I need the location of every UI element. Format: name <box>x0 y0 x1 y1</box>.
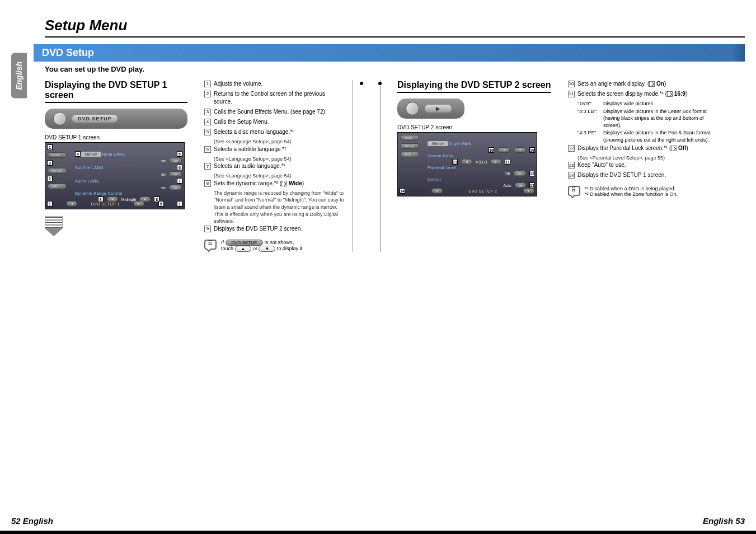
page-number-left: 52 English <box>11 516 53 526</box>
desc-3: Calls the Sound Effects Menu. (see page … <box>214 108 344 116</box>
num-10: 10 <box>568 81 575 87</box>
set-btn-3[interactable]: Set <box>169 185 182 190</box>
num-3: 3 <box>204 109 211 115</box>
footer-bar <box>0 531 756 534</box>
menu-tab[interactable]: Menu« <box>81 152 101 157</box>
set-btn-2[interactable]: Set <box>169 171 182 177</box>
section-subtitle: You can set up the DVD play. <box>45 65 756 73</box>
default-icon <box>649 81 655 87</box>
note1-line2c: to display it. <box>275 246 303 251</box>
callout-10b: 10 <box>529 147 535 153</box>
page-spine <box>353 80 381 252</box>
screen1-label: DVD SETUP 1 screen <box>45 134 187 140</box>
nav-label: ▶ <box>425 105 452 113</box>
parental-label: Parental Level <box>428 166 457 170</box>
callout-9: 9 <box>158 201 164 207</box>
panel2-heading: Displaying the DVD SETUP 2 screen <box>397 80 551 93</box>
callout-1b: 1 <box>47 201 53 207</box>
desc-8: Sets the dynamic range.*² ( Wide) <box>214 180 344 188</box>
callout-12: 12 <box>529 171 535 176</box>
desc-12: Displays the Parental Lock screen.*¹ ( O… <box>577 144 719 152</box>
subtitle-lang-label: Subtitle LANG <box>75 166 104 170</box>
callout-11b: 11 <box>505 159 510 165</box>
output-value: Auto <box>504 184 511 188</box>
panel1-heading: Displaying the DVD SETUP 1 screen <box>45 80 187 103</box>
parental-set[interactable]: Set <box>513 171 526 176</box>
ratio-next[interactable]: ► <box>490 159 501 165</box>
angle-off[interactable]: Off <box>514 147 526 153</box>
set-btn-1[interactable]: Set <box>169 158 182 163</box>
callout-1: 1 <box>47 144 53 150</box>
sim-setup-btn[interactable]: Set Up <box>48 168 67 174</box>
descriptions-list-1: 1Adjusts the volume. 2Returns to the Con… <box>204 80 344 233</box>
callout-4: 4 <box>75 151 81 157</box>
note1-line1a: If <box>221 240 226 245</box>
default-icon <box>671 146 677 151</box>
page-next[interactable]: ► <box>133 201 144 207</box>
disc-icon-2 <box>406 102 419 115</box>
note-1: If DVD SETUP is not shown, touch ▲ or ▼ … <box>204 240 344 252</box>
sim-audio-btn[interactable]: Audio <box>48 152 67 158</box>
dvd-setup-button[interactable]: DVD SETUP <box>45 109 187 129</box>
note2-line1: *¹ Disabled when a DVD is being played. <box>585 186 678 191</box>
menu-lang-label: Menu LANG <box>101 152 125 156</box>
nav-next-button[interactable]: ▶ <box>397 99 464 119</box>
num-1: 1 <box>204 81 211 87</box>
sim2-setup-btn[interactable]: Set Up <box>400 143 419 149</box>
desc-10: Sets an angle mark display. ( On) <box>577 80 719 88</box>
desc-5: Selects a disc menu language.*¹ <box>214 128 344 136</box>
note1-line1b: is not shown, <box>263 240 294 245</box>
desc-5-sub: (See <Language Setup>, page 54) <box>214 138 344 146</box>
num-8: 8 <box>204 180 211 187</box>
menu-tab-2[interactable]: Menu« <box>428 141 448 146</box>
note1-line2b: or <box>251 246 259 251</box>
ratio-value: 4:3 LB <box>476 160 487 164</box>
num-4: 4 <box>204 119 211 125</box>
callout-1c: 1 <box>177 201 182 207</box>
pill-up: ▲ <box>235 246 252 252</box>
ratio-prev[interactable]: ◄ <box>461 159 472 165</box>
output-label: Output <box>428 177 441 181</box>
sim2-src-btn[interactable]: SRC ← <box>400 152 419 157</box>
desc-2: Returns to the Control screen of the pre… <box>214 90 344 106</box>
sim2-audio-btn[interactable]: Audio <box>400 135 419 140</box>
screen2-label: DVD SETUP 2 screen <box>397 124 551 130</box>
note-2: *¹ Disabled when a DVD is being played. … <box>568 186 719 197</box>
screen-footer-1: DVD SETUP 1 <box>91 202 120 206</box>
note-icon-2 <box>568 186 580 196</box>
default-icon <box>281 181 287 186</box>
num-6: 6 <box>204 146 211 153</box>
sim-src-btn[interactable]: SRC ← <box>48 184 67 189</box>
page2-prev[interactable]: ◄ <box>431 188 443 194</box>
callout-14: 14 <box>400 188 405 194</box>
menu-lang-value: en <box>161 159 166 163</box>
num-7: 7 <box>204 163 211 170</box>
desc-12-sub: (See <Parental Level Setup>, page 55) <box>577 154 719 162</box>
desc-7: Selects an audio language.*¹ <box>214 162 344 170</box>
page2-next[interactable]: ► <box>523 188 534 194</box>
dvd-setup-1-screen: 1 Audio 3 Set Up 2 SRC ← 4 Menu«Menu LAN… <box>45 142 185 209</box>
num-2: 2 <box>204 91 211 97</box>
desc-8-sub: The dynamic range is reduced by changing… <box>214 190 344 225</box>
default-icon <box>667 91 673 97</box>
mode-definitions: "16:9":Displays wide pictures. "4:3 LB":… <box>577 100 719 144</box>
callout-5: 5 <box>177 151 182 157</box>
language-tab: English <box>11 53 27 99</box>
audio-lang-label: Audio LANG <box>75 179 100 183</box>
desc-14: Displays the DVD SETUP 1 screen. <box>577 171 719 179</box>
subtitle-lang-value: en <box>161 172 166 176</box>
angle-label: Angle Mark <box>448 142 471 146</box>
page-prev[interactable]: ◄ <box>66 201 77 207</box>
desc-6-sub: (See <Language Setup>, page 54) <box>214 156 344 163</box>
desc-4: Calls the Setup Menu. <box>214 118 344 126</box>
audio-lang-value: en <box>161 186 166 190</box>
num-9: 9 <box>204 226 211 232</box>
descriptions-list-2: 10Sets an angle mark display. ( On) 11Se… <box>568 80 719 179</box>
pill-dvd-setup: DVD SETUP <box>226 240 264 246</box>
desc-9: Displays the DVD SETUP 2 screen. <box>214 225 344 233</box>
disc-icon <box>53 112 67 125</box>
angle-on[interactable]: On <box>497 147 510 153</box>
desc-7-sub: (See <Language Setup>, page 54) <box>214 172 344 180</box>
dvd-setup-2-screen: Audio Set Up SRC ← Menu«Angle Mark 10OnO… <box>397 132 537 196</box>
callout-6: 6 <box>177 165 182 170</box>
